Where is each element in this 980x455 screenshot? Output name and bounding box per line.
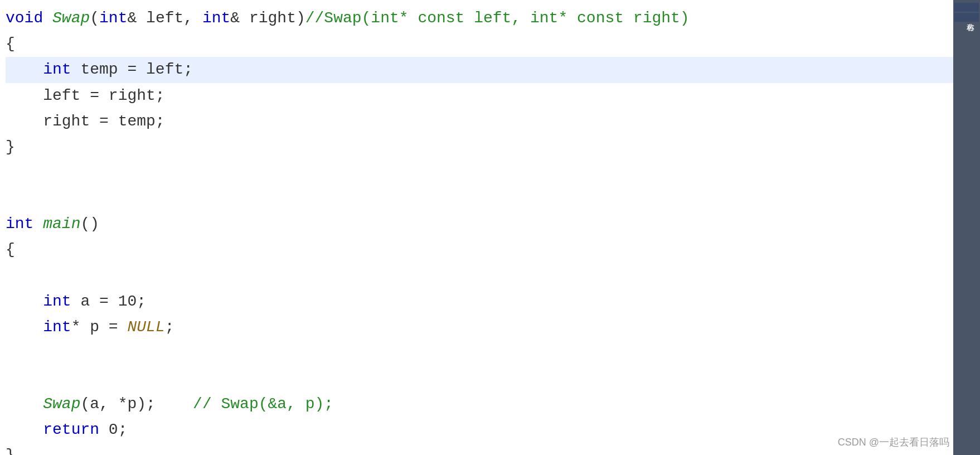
code-token: () — [80, 215, 99, 233]
code-token: int — [202, 9, 230, 27]
code-token — [6, 293, 43, 310]
code-token: ; — [165, 318, 174, 336]
code-editor: void Swap(int& left, int& right)//Swap(i… — [0, 0, 953, 455]
code-token — [6, 318, 43, 336]
code-token: int — [43, 293, 71, 310]
code-line-line18: } — [6, 443, 953, 455]
watermark: CSDN @一起去看日落吗 — [838, 434, 949, 451]
code-token — [33, 215, 43, 233]
code-token: { — [6, 241, 15, 258]
code-token: // Swap(&a, p); — [193, 395, 333, 413]
code-line-line5: right = temp; — [6, 109, 953, 134]
code-line-line10: { — [6, 237, 953, 263]
code-token — [43, 9, 52, 27]
code-line-line16: Swap(a, *p); // Swap(&a, p); — [6, 391, 953, 417]
code-line-line8 — [6, 186, 953, 211]
code-token: temp = left; — [71, 61, 193, 78]
sidebar-btn-name[interactable]: 名称 — [954, 13, 979, 22]
code-token: 0; — [99, 421, 127, 438]
code-line-line1: void Swap(int& left, int& right)//Swap(i… — [6, 6, 953, 31]
code-line-line11 — [6, 263, 953, 289]
code-token: { — [6, 35, 15, 52]
code-token: & left, — [127, 9, 202, 27]
code-token — [6, 395, 43, 413]
sidebar-panel[interactable]: 监视 名称 — [953, 0, 980, 455]
code-token — [6, 61, 43, 78]
code-line-line15 — [6, 366, 953, 391]
code-token: & right) — [230, 9, 305, 27]
code-line-line9: int main() — [6, 211, 953, 237]
code-token: void — [6, 9, 43, 27]
code-token: } — [6, 447, 15, 455]
code-token: * p = — [71, 318, 128, 336]
code-token: main — [43, 215, 80, 233]
code-token: a = 10; — [71, 293, 146, 310]
code-token: int — [6, 215, 33, 233]
sidebar-btn-monitor[interactable]: 监视 — [954, 3, 979, 12]
code-token: } — [6, 138, 15, 156]
code-token: Swap — [52, 9, 90, 27]
code-token: NULL — [127, 318, 164, 336]
code-line-line2: { — [6, 31, 953, 57]
code-line-line7 — [6, 160, 953, 186]
code-line-line12: int a = 10; — [6, 289, 953, 314]
code-line-line3: int temp = left; — [6, 57, 953, 83]
code-token: right = temp; — [6, 113, 165, 130]
code-token: Swap — [43, 395, 80, 413]
code-token: ( — [90, 9, 99, 27]
code-line-line14 — [6, 340, 953, 366]
code-line-line6: } — [6, 134, 953, 160]
code-token: (a, *p); — [80, 395, 193, 413]
code-token: int — [43, 61, 71, 78]
code-token: //Swap(int* const left, int* const right… — [305, 9, 690, 27]
code-line-line4: left = right; — [6, 83, 953, 109]
code-token — [6, 421, 43, 438]
code-token: return — [43, 421, 99, 438]
code-token: int — [99, 9, 127, 27]
code-line-line13: int* p = NULL; — [6, 314, 953, 340]
code-token: int — [43, 318, 71, 336]
code-token: left = right; — [6, 87, 165, 104]
code-line-line17: return 0; — [6, 417, 953, 443]
